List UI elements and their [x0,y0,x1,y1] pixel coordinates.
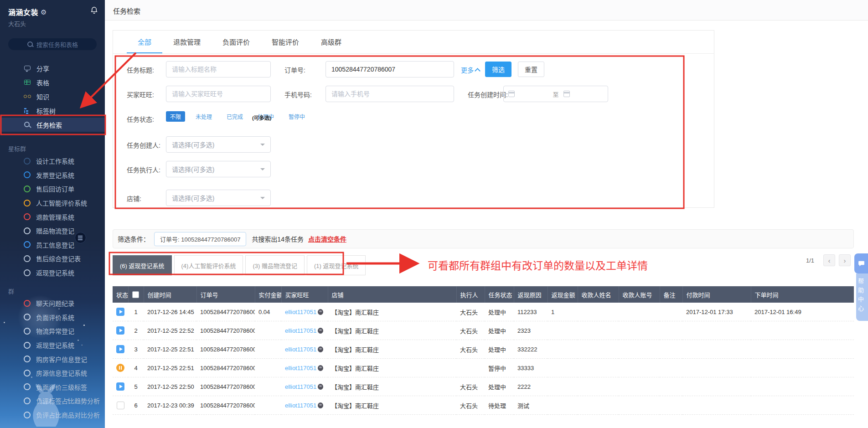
group-circle-icon [24,200,31,206]
pagination-prev-button[interactable]: ‹ [823,254,835,266]
row-status-icon[interactable] [116,364,124,372]
sidebar-menu-item[interactable]: 标签树 [0,103,105,118]
group-circle-icon [24,171,31,178]
sidebar-group-item[interactable]: 房源信息登记系统 [0,366,105,380]
status-option[interactable]: 未处理 [191,111,216,122]
task-title-input[interactable] [166,61,271,77]
select-all-checkbox[interactable] [132,291,139,298]
table-row[interactable]: 2 2017-12-25 22:52 100528447720786007 el… [113,321,854,340]
sidebar-group-item[interactable]: 设计工作系统 [0,154,105,168]
buyer-link[interactable]: elliot117051 [285,365,316,371]
date-range-picker[interactable]: 至 [503,86,608,102]
wangwang-icon[interactable] [318,309,323,315]
shop-select[interactable]: 请选择(可多选) [166,190,271,206]
help-chat-bubble-icon[interactable] [854,253,868,273]
cell-buyer: elliot117051 [281,396,328,415]
notification-bell-icon[interactable] [90,6,98,16]
brand-logo: 涵涵女装 [8,9,38,16]
buyer-link[interactable]: elliot117051 [285,402,316,409]
sidebar-group-item[interactable]: 发票登记系统 [0,168,105,182]
sidebar-group-item[interactable]: 退款管理系统 [0,210,105,224]
cell-payee-account [619,359,660,377]
group-result-tabs: (6) 返现登记系统 (4)人工智能评价系统 (3) 赠品物流登记 (1) 返现… [113,255,366,275]
sidebar-group-item[interactable]: 返现登记系统 · [0,338,105,352]
tree-icon [24,107,32,115]
sidebar-group-item[interactable]: 售后综合登记表 [0,252,105,266]
wangwang-icon[interactable] [318,328,323,334]
group-result-tab[interactable]: (6) 返现登记系统 [113,255,172,275]
sidebar-group-item[interactable]: 购房客户信息登记 [0,352,105,366]
category-tab[interactable]: 全部 [127,31,162,53]
created-time-label: 任务创建时间: [468,90,508,99]
row-status-icon[interactable] [116,382,124,391]
group-result-tab[interactable]: (4)人工智能评价系统 [174,255,243,275]
task-executor-select[interactable]: 请选择(可多选) [166,161,271,177]
row-status-icon[interactable] [116,345,124,353]
cell-order-no: 100528447720786007 [196,377,255,396]
phone-input[interactable] [326,86,454,102]
row-status-icon[interactable] [116,308,124,316]
row-status-icon[interactable] [117,402,124,409]
select-placeholder: 请选择(可多选) [172,193,214,202]
more-toggle-link[interactable]: 更多 [461,65,480,74]
filter-button[interactable]: 筛选 [485,62,512,77]
sidebar-menu: 分享 表格 知识 标签树 任务检 [0,61,105,132]
wangwang-icon[interactable] [318,402,323,408]
sidebar-menu-item[interactable]: 表格 [0,75,105,89]
table-row[interactable]: 4 2017-12-25 22:51 100528447720786007 el… [113,359,854,377]
sidebar-group-item[interactable]: 人工智能评价系统 [0,196,105,210]
cell-reason: 33333 [514,359,548,377]
help-center-widget[interactable]: 帮助中心 [854,253,868,321]
order-no-input[interactable] [326,61,454,77]
more-label: 更多 [461,67,474,74]
sidebar-collapse-button[interactable] [75,232,86,243]
sidebar-menu-item[interactable]: 知识 [0,89,105,103]
gear-icon[interactable]: ⚙ [41,8,46,16]
cell-reason: 2222 [514,377,548,396]
buyer-link[interactable]: elliot117051 [285,383,316,390]
table-row[interactable]: 5 2017-12-25 22:50 100528447720786007 el… [113,377,854,396]
tab-label: 高级群 [321,37,341,46]
sidebar-group-item[interactable]: 员工信息登记 [0,238,105,252]
buyer-wangwang-input[interactable] [166,86,271,102]
table-row[interactable]: 1 2017-12-26 14:45 100528447720786007 0.… [113,303,854,321]
sidebar-search-input[interactable]: 搜索任务和表格 [8,38,97,50]
category-tab[interactable]: 高级群 [310,31,352,53]
category-tab[interactable]: 智能评价 [261,31,310,53]
task-creator-select[interactable]: 请选择(可多选) [166,136,271,153]
status-option[interactable]: 暂停中 [284,111,309,122]
status-option[interactable]: 已完成 [222,111,247,122]
group-result-tab[interactable]: (3) 赠品物流登记 [245,255,305,275]
buyer-link[interactable]: elliot117051 [285,327,316,334]
clear-filters-link[interactable]: 点击清空条件 [308,234,346,243]
row-status-icon[interactable] [116,326,124,335]
sidebar-menu-item[interactable]: 分享 [0,61,105,75]
sidebar-group-item[interactable]: 售后回访订单 [0,182,105,196]
wangwang-icon[interactable] [318,365,323,371]
buyer-link[interactable]: elliot117051 [285,346,316,353]
col-remark: 备注 [660,286,682,303]
cell-order-no: 100528447720786007 [196,359,255,377]
cell-created: 2017-12-25 22:52 [144,321,196,340]
cell-reason: 112233 [514,303,548,321]
pagination-next-button[interactable]: › [839,254,851,266]
table-row[interactable]: 6 2017-12-23 00:39 100528447720786007 el… [113,396,854,415]
group-circle-icon [24,241,31,248]
buyer-link[interactable]: elliot117051 [285,309,316,315]
table-row[interactable]: 3 2017-12-25 22:51 100528447720786007 el… [113,340,854,359]
status-option[interactable]: 不限 [166,111,185,122]
reset-button[interactable]: 重置 [518,62,544,77]
group-result-tab[interactable]: (1) 返现登记系统 [307,255,366,275]
group-result-tab-label: (4)人工智能评价系统 [181,261,236,270]
wangwang-icon[interactable] [318,346,323,352]
cell-paid [255,340,281,359]
category-tab[interactable]: 负面评价 [212,31,261,53]
category-tab[interactable]: 退款管理 [162,31,212,53]
help-center-label[interactable]: 帮助中心 [856,273,868,321]
active-filter-chip[interactable]: 订单号: 100528447720786007 [154,232,246,246]
sidebar-menu-item[interactable]: 任务检索 [0,118,105,132]
sidebar-group-item[interactable]: 返现登记系统 [0,266,105,280]
sidebar-group-item[interactable]: 赠品物流登记 [0,224,105,238]
wangwang-icon[interactable] [318,384,323,390]
group-circle-icon [24,227,31,234]
